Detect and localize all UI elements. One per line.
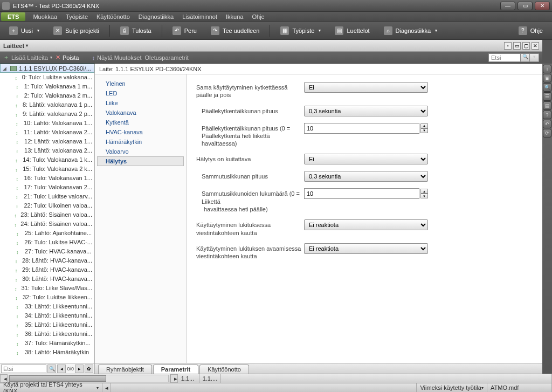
rail-sync-icon[interactable]: ⟳ — [543, 129, 551, 137]
param-nav-item[interactable]: Valoarvo — [95, 147, 186, 156]
redo-button[interactable]: ↷Tee uudelleen — [205, 24, 266, 38]
spin-down-2[interactable]: ▼ — [420, 194, 428, 198]
tree-item[interactable]: 29: Lähtö: HVAC-kanava... — [0, 265, 94, 274]
print-button[interactable]: ⎙Tulosta — [114, 24, 157, 38]
tab-parameters[interactable]: Parametrit — [153, 365, 198, 374]
tree-item[interactable]: 21: Tulo: Lukitse valoarv... — [0, 192, 94, 201]
num-on-window-count[interactable] — [304, 123, 419, 134]
tree-item[interactable]: 37: Tulo: Hämäräkytkin... — [0, 339, 94, 348]
menu-kayttoonotto[interactable]: Käyttöönotto — [92, 12, 134, 21]
param-nav-item[interactable]: HVAC-kanava — [95, 127, 186, 137]
num-off-window-count[interactable] — [304, 188, 419, 199]
rail-info-icon[interactable]: i — [543, 65, 551, 73]
tree-item[interactable]: 12: Lähtö: valokanava 1... — [0, 137, 94, 146]
combo-unlock-behaviour[interactable]: Ei reaktiota — [304, 243, 428, 254]
help-button[interactable]: ?Ohje — [513, 24, 549, 38]
delete-button[interactable]: ✕ Poista — [56, 54, 79, 61]
close-project-button[interactable]: ✕Sulje projekti — [47, 24, 105, 38]
close-button[interactable]: ✕ — [535, 2, 550, 10]
rail-book-icon[interactable]: ▤ — [543, 101, 551, 110]
status-prev[interactable]: ◂ — [102, 383, 111, 392]
tree-search-prev[interactable]: ◂ — [57, 365, 66, 373]
param-nav-item[interactable]: Yleinen — [95, 79, 186, 88]
menu-lisatoiminnot[interactable]: Lisätoiminnot — [178, 12, 222, 21]
workspace-status[interactable]: Viimeksi käytetty työtila — [417, 383, 487, 392]
show-changes-button[interactable]: ↕ Näytä Muutokset — [92, 54, 141, 61]
param-nav-item[interactable]: LED — [95, 88, 186, 98]
search-button[interactable]: 🔍 — [520, 53, 530, 62]
tree-item[interactable]: 14: Tulo: Valokanava 1 k... — [0, 155, 94, 164]
tree-item[interactable]: 31: Tulo: Liike Slave/Mas... — [0, 284, 94, 293]
tree-item[interactable]: 11: Lähtö: Valokanava 2... — [0, 128, 94, 137]
rail-list-icon[interactable]: ☰ — [543, 92, 551, 101]
panel-btn-3[interactable]: ▢ — [522, 42, 530, 50]
horizontal-scrollbar[interactable] — [9, 375, 169, 382]
tree-item[interactable]: 15: Tulo: Valokanava 2 k... — [0, 164, 94, 174]
tree-item[interactable]: 10: Lähtö: Valokanava 1... — [0, 119, 94, 128]
add-devices-button[interactable]: ＋Lisää Laitteita ▾ — [3, 53, 52, 61]
addr-1[interactable]: 1.1... — [178, 374, 199, 383]
tree-item[interactable]: 38: Lähtö: Hämäräkytkin — [0, 348, 94, 357]
param-nav-item[interactable]: Hämäräkytkin — [95, 137, 186, 147]
diagnostics-button[interactable]: ⌕Diagnostiikka▾ — [378, 24, 443, 38]
menu-tyopiste[interactable]: Työpiste — [61, 12, 92, 21]
tree-item[interactable]: 24: Lähtö: Sisäinen valoa... — [0, 219, 94, 229]
default-params-button[interactable]: Oletusparametrit — [145, 54, 189, 61]
undo-button[interactable]: ↶Peru — [167, 24, 203, 38]
tree-item[interactable]: 32: Tulo: Lukitse liikkeen... — [0, 293, 94, 302]
menu-diagnostiikka[interactable]: Diagnostiikka — [134, 12, 178, 21]
menu-ikkuna[interactable]: Ikkuna — [222, 12, 247, 21]
rail-help-icon[interactable]: ? — [543, 111, 551, 119]
ets-menu-button[interactable]: ETS — [1, 12, 25, 21]
addr-2[interactable]: 1.1.... — [199, 374, 221, 383]
tree-item[interactable]: 17: Tulo: Valokanavan 2... — [0, 183, 94, 192]
rail-folder-icon[interactable]: ▣ — [543, 74, 551, 82]
tree-item[interactable]: 2: Tulo: Valokanava 2 m... — [0, 91, 94, 100]
tree-item[interactable]: 13: Lähtö: valokanava 2... — [0, 146, 94, 155]
tree-search-next[interactable]: ▸ — [75, 365, 84, 373]
param-nav-item[interactable]: Hälytys — [97, 156, 184, 166]
tree-item[interactable]: 16: Tulo: Valokanavan 1... — [0, 174, 94, 183]
tree-item[interactable]: 27: Tulo: HVAC-kanava... — [0, 247, 94, 256]
tree-search-gear[interactable]: ✿ — [85, 365, 93, 373]
menu-ohje[interactable]: Ohje — [247, 12, 268, 21]
tree-item[interactable]: 33: Lähtö: Liikkeentunni... — [0, 302, 94, 311]
tree-item[interactable]: 8: Lähtö: valokanava 1 p... — [0, 100, 94, 109]
tree-item[interactable]: 28: Lähtö: HVAC-kanava... — [0, 256, 94, 265]
spin-down[interactable]: ▼ — [420, 128, 428, 133]
tree-root-device[interactable]: ◢ 1.1.1 ESYLUX PD-C360i/... — [0, 64, 94, 73]
tree-item[interactable]: 23: Lähtö: Sisäinen valoa... — [0, 210, 94, 219]
new-button[interactable]: ＋Uusi▾ — [3, 24, 45, 38]
tree-search-input[interactable] — [1, 365, 46, 373]
maximize-button[interactable]: ▭ — [518, 2, 533, 10]
rail-undo-icon[interactable]: ↶ — [543, 120, 551, 128]
combo-off-window-len[interactable]: 0,3 sekuntia — [304, 171, 428, 182]
scroll-right[interactable]: ▸ — [170, 374, 178, 383]
search-options-button[interactable]: ▾ — [529, 53, 539, 62]
param-nav-item[interactable]: Valokanava — [95, 108, 186, 118]
panel-btn-4[interactable]: ✕ — [532, 42, 539, 50]
connection-status[interactable]: Käytä projekti tai ETS4 yhteys (KNX... — [0, 383, 102, 392]
tab-commissioning[interactable]: Käyttöönotto — [199, 365, 249, 374]
combo-lock-behaviour[interactable]: Ei reaktiota — [304, 219, 428, 230]
tree-item[interactable]: 1: Tulo: Valokanava 1 m... — [0, 82, 94, 91]
tree-item[interactable]: 35: Lähtö: Liikkeentunni... — [0, 320, 94, 329]
param-nav-item[interactable]: Kytkentä — [95, 118, 186, 127]
tree-item[interactable]: 30: Lähtö: HVAC-kanava... — [0, 274, 94, 284]
tree-item[interactable]: 25: Lähtö: Ajankohtaine... — [0, 229, 94, 238]
tree-item[interactable]: 22: Tulo: Ulkoinen valoa... — [0, 201, 94, 210]
spin-up-2[interactable]: ▲ — [420, 189, 428, 194]
workspace-button[interactable]: ▦Työpiste▾ — [274, 24, 327, 38]
tree-item[interactable]: 9: Lähtö: valokanava 2 p... — [0, 109, 94, 119]
tab-group-objects[interactable]: Ryhmäobjektit — [98, 365, 152, 374]
tree-item[interactable]: 26: Tulo: Lukitse HVAC-... — [0, 238, 94, 247]
tree-search-go[interactable]: 🔍 — [47, 365, 56, 373]
menu-muokkaa[interactable]: Muokkaa — [29, 12, 61, 21]
tree-item[interactable]: 0: Tulo: Lukitse valokana... — [0, 73, 94, 82]
search-input[interactable] — [488, 53, 521, 62]
combo-same-behaviour[interactable]: Ei — [304, 82, 428, 93]
panel-btn-1[interactable]: ▫ — [504, 42, 512, 50]
catalogs-button[interactable]: ▤Luettelot — [329, 24, 375, 38]
combo-on-window-len[interactable]: 0,3 sekuntia — [304, 106, 428, 116]
rail-search-icon[interactable]: 🔍 — [543, 83, 551, 92]
